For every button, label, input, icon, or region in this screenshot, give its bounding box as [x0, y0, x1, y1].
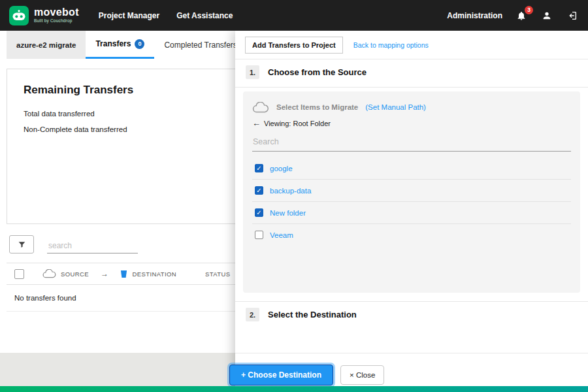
step2-title: Select the Destination	[268, 310, 357, 319]
table-filter-row	[9, 235, 138, 253]
destination-column-header: DESTINATION	[132, 270, 176, 278]
viewing-root-folder-breadcrumb[interactable]: ← Viewing: Root Folder	[252, 118, 571, 128]
destination-bucket-icon	[120, 270, 127, 278]
brand-name: movebot	[34, 7, 79, 18]
panel-footer: + Choose Destination × Close	[229, 365, 384, 385]
filter-button[interactable]	[9, 235, 34, 253]
top-navbar: movebot Built by Couchdrop Project Manag…	[0, 0, 588, 31]
item-label[interactable]: New folder	[270, 209, 306, 217]
tab-transfers[interactable]: Transfers 0	[86, 31, 154, 59]
item-checkbox[interactable]: ✓	[255, 164, 263, 172]
notifications-bell-icon[interactable]: 3	[515, 9, 528, 22]
tab-project-azure-e2-migrate[interactable]: azure-e2 migrate	[7, 31, 86, 59]
user-account-icon[interactable]	[540, 9, 553, 22]
source-cloud-icon	[42, 269, 56, 278]
item-checkbox[interactable]: ✓	[255, 208, 263, 217]
step2-header: 2. Select the Destination	[246, 308, 357, 321]
add-transfers-panel: Add Transfers to Project Back to mapping…	[235, 31, 588, 387]
divider	[235, 301, 588, 302]
nav-link-administration[interactable]: Administration	[447, 11, 502, 20]
navbar-right: Administration 3	[447, 9, 579, 22]
tab-label: Transfers	[95, 39, 131, 48]
tab-label: Completed Transfers	[164, 41, 237, 50]
transfers-search-input[interactable]	[47, 238, 138, 253]
nav-link-get-assistance[interactable]: Get Assistance	[176, 11, 233, 20]
cloud-icon	[252, 102, 269, 113]
source-item-row[interactable]: ✓ New folder	[252, 202, 571, 224]
source-column-header: SOURCE	[61, 270, 89, 278]
item-label[interactable]: google	[270, 165, 293, 172]
movebot-robot-icon	[9, 6, 29, 25]
step1-number-badge: 1.	[246, 65, 259, 79]
item-checkbox[interactable]	[255, 231, 263, 239]
back-to-mapping-options-link[interactable]: Back to mapping options	[353, 41, 429, 49]
step2-number-badge: 2.	[246, 308, 259, 321]
set-manual-path-link[interactable]: (Set Manual Path)	[365, 103, 426, 111]
step1-header: 1. Choose from the Source	[246, 65, 367, 79]
divider	[235, 353, 588, 353]
source-items-list: ✓ google ✓ backup-data ✓ New folder Veea…	[252, 157, 571, 246]
item-label[interactable]: backup-data	[270, 187, 311, 195]
notification-count-badge: 3	[525, 6, 533, 14]
status-column-header: STATUS	[205, 270, 230, 278]
nav-links: Project Manager Get Assistance	[99, 11, 233, 20]
tab-label: azure-e2 migrate	[16, 41, 76, 49]
back-arrow-icon[interactable]: ←	[252, 118, 261, 128]
panel-header: Add Transfers to Project Back to mapping…	[245, 37, 578, 54]
close-panel-button[interactable]: × Close	[340, 365, 384, 385]
source-item-row[interactable]: Veeam	[252, 224, 571, 246]
logout-icon[interactable]	[566, 9, 579, 22]
bottom-brand-bar	[0, 386, 588, 392]
source-picker-header: Select Items to Migrate (Set Manual Path…	[252, 98, 571, 116]
brand-subtitle: Built by Couchdrop	[34, 19, 79, 24]
item-label[interactable]: Veeam	[270, 231, 293, 239]
nav-link-project-manager[interactable]: Project Manager	[99, 11, 159, 20]
source-picker-card: Select Items to Migrate (Set Manual Path…	[243, 91, 580, 293]
choose-destination-button[interactable]: + Choose Destination	[229, 365, 333, 385]
source-item-row[interactable]: ✓ google	[252, 157, 571, 180]
select-items-label: Select Items to Migrate	[276, 103, 358, 111]
funnel-icon	[18, 240, 26, 249]
select-all-checkbox[interactable]	[14, 269, 24, 279]
brand-logo[interactable]: movebot Built by Couchdrop	[9, 6, 79, 25]
item-checkbox[interactable]: ✓	[255, 186, 263, 195]
arrow-right-icon: →	[101, 269, 108, 278]
source-item-row[interactable]: ✓ backup-data	[252, 180, 571, 202]
divider	[235, 87, 588, 88]
panel-title: Add Transfers to Project	[245, 37, 343, 54]
transfers-count-badge: 0	[135, 39, 144, 49]
step1-title: Choose from the Source	[268, 67, 367, 77]
source-items-search-input[interactable]	[252, 133, 571, 152]
page: movebot Built by Couchdrop Project Manag…	[0, 0, 588, 392]
divider	[235, 59, 588, 59]
viewing-label: Viewing: Root Folder	[264, 120, 331, 127]
